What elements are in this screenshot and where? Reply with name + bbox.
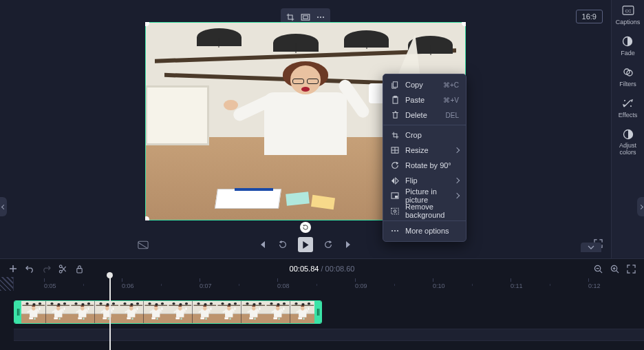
timeline-ruler[interactable]: 0:050:060:070:080:090:100:110:12: [0, 278, 644, 291]
svg-point-164: [277, 303, 279, 305]
svg-point-4: [323, 17, 324, 18]
svg-rect-81: [107, 318, 109, 319]
ctx-flip[interactable]: Flip: [383, 173, 466, 188]
prev-frame-button[interactable]: [257, 239, 268, 250]
svg-point-47: [57, 303, 60, 305]
adjust-colors-tool[interactable]: Adjust colors: [612, 128, 644, 156]
ruler-tick: 0:12: [588, 278, 601, 289]
fade-tool[interactable]: Fade: [621, 35, 635, 56]
lock-button[interactable]: [74, 264, 84, 274]
forward-button[interactable]: [323, 239, 334, 250]
svg-point-22: [391, 230, 393, 231]
ctx-remove-bg[interactable]: Remove background: [383, 203, 466, 218]
captions-icon: CC: [622, 4, 634, 17]
svg-point-48: [63, 302, 65, 305]
svg-point-3: [320, 17, 321, 18]
svg-point-21: [394, 209, 396, 212]
ctx-more[interactable]: More options: [383, 223, 466, 238]
ctx-separator: [383, 125, 466, 125]
zoom-out-button[interactable]: [593, 264, 603, 274]
timeline-tracks[interactable]: [0, 298, 644, 350]
timeline-expand-toggle[interactable]: [581, 243, 601, 252]
ctx-pip[interactable]: Picture in picture: [383, 188, 466, 203]
svg-rect-1: [303, 16, 308, 19]
clip-handle-left[interactable]: [14, 301, 21, 323]
svg-point-34: [32, 303, 35, 305]
ruler-tick: 0:05: [44, 278, 56, 289]
svg-rect-79: [112, 307, 114, 309]
svg-point-59: [74, 302, 77, 305]
svg-rect-62: [78, 309, 86, 317]
svg-rect-127: [201, 309, 208, 317]
ctx-crop[interactable]: Crop: [383, 127, 466, 143]
svg-rect-66: [88, 307, 89, 309]
ctx-paste[interactable]: Paste ⌘+V: [383, 92, 466, 107]
svg-rect-172: [278, 318, 279, 319]
svg-rect-101: [152, 309, 160, 317]
chevron-right-icon: [454, 178, 460, 183]
pip-icon: [390, 192, 400, 199]
svg-rect-67: [78, 318, 82, 320]
svg-point-74: [111, 302, 114, 305]
effects-label: Effects: [619, 112, 637, 119]
captions-tool[interactable]: CC Captions: [616, 4, 641, 25]
svg-point-139: [234, 302, 237, 305]
svg-rect-157: [259, 307, 260, 309]
svg-point-2: [317, 17, 319, 18]
context-menu: Copy ⌘+C Paste ⌘+V Delete DEL Crop Resiz…: [383, 74, 466, 242]
playhead[interactable]: [109, 276, 111, 350]
ctx-resize[interactable]: Resize: [383, 143, 466, 158]
svg-point-87: [136, 302, 139, 305]
crop-icon: [390, 132, 400, 139]
svg-rect-49: [54, 309, 62, 317]
filters-tool[interactable]: Filters: [619, 66, 636, 88]
redo-button[interactable]: [41, 264, 51, 274]
svg-rect-40: [39, 307, 41, 309]
svg-rect-170: [283, 307, 285, 309]
svg-rect-131: [210, 307, 211, 309]
svg-rect-19: [395, 196, 398, 198]
ctx-separator: [383, 220, 466, 221]
svg-rect-54: [54, 318, 58, 320]
undo-button[interactable]: [25, 264, 34, 274]
right-sidebar: CC Captions Fade Filters Effects Adjust …: [611, 0, 644, 258]
split-button[interactable]: [58, 264, 67, 274]
svg-point-165: [283, 302, 286, 305]
zoom-in-button[interactable]: [610, 264, 619, 274]
ctx-copy[interactable]: Copy ⌘+C: [383, 77, 466, 92]
svg-point-126: [209, 302, 212, 305]
filters-label: Filters: [619, 81, 636, 88]
clip-handle-right[interactable]: [314, 301, 321, 323]
rotate-handle[interactable]: [300, 222, 311, 233]
aspect-ratio-badge[interactable]: 16:9: [576, 10, 603, 23]
svg-rect-183: [308, 307, 309, 309]
svg-rect-179: [299, 309, 306, 317]
svg-rect-55: [58, 318, 60, 319]
right-panel-toggle[interactable]: [637, 197, 644, 216]
play-button[interactable]: [298, 237, 313, 252]
effects-tool[interactable]: Effects: [619, 97, 637, 119]
rewind-button[interactable]: [277, 239, 288, 250]
ctx-rotate[interactable]: Rotate by 90°: [383, 158, 466, 173]
svg-rect-41: [29, 318, 33, 320]
next-frame-button[interactable]: [343, 239, 354, 250]
add-media-button[interactable]: [8, 264, 18, 274]
ctx-delete[interactable]: Delete DEL: [383, 107, 466, 123]
empty-track[interactable]: [14, 329, 644, 341]
video-clip[interactable]: [14, 300, 322, 324]
svg-rect-146: [229, 318, 230, 319]
svg-point-138: [228, 303, 230, 305]
svg-point-125: [204, 303, 206, 305]
ruler-tick: 0:07: [200, 278, 212, 289]
zoom-fit-button[interactable]: [626, 264, 636, 274]
svg-rect-94: [131, 318, 133, 319]
svg-point-150: [246, 302, 248, 305]
svg-point-33: [25, 302, 28, 305]
svg-point-124: [197, 302, 200, 305]
preview-stage: 16:9: [0, 0, 611, 258]
compare-button[interactable]: [138, 240, 149, 249]
clip-thumb: [46, 301, 71, 323]
timeline-panel: 00:05.84 / 00:08.60 0:050:060:070:080:09…: [0, 258, 644, 350]
left-panel-toggle[interactable]: [0, 197, 7, 216]
svg-rect-185: [303, 318, 304, 319]
